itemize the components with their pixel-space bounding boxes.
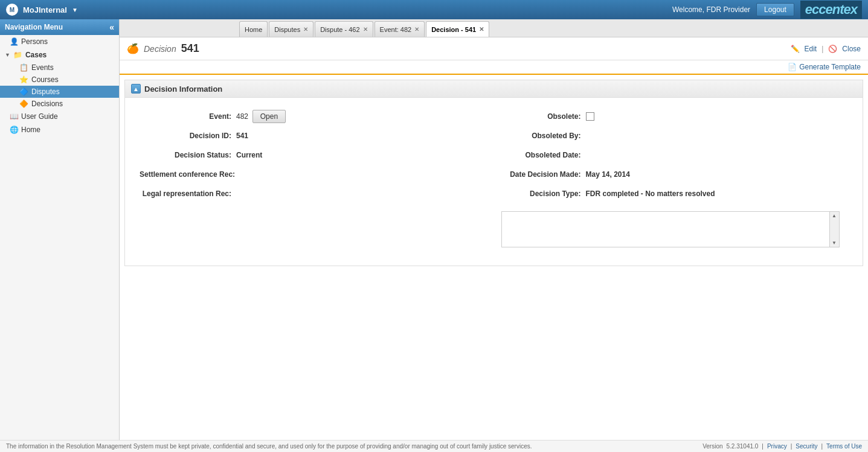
generate-template-row: 📄 Generate Template [120,60,868,75]
edit-link[interactable]: Edit [805,45,817,53]
form-right: Obsolete: Obsoleted By: Obsoleted Date: [494,105,856,258]
date-decision-row: Date Decision Made: May 14, 2014 [501,168,849,181]
legal-rep-label: Legal representation Rec: [140,187,236,200]
decision-id-label: Decision ID: [140,129,236,142]
tab-label: Decision - 541 [431,26,476,33]
version-value: 5.2.31041.0 [727,443,759,450]
home-icon: 🌐 [10,126,18,134]
tab-close-icon[interactable]: ✕ [479,26,484,33]
sidebar-item-label: Disputes [31,88,60,96]
sidebar-item-label: Home [21,126,40,134]
event-value: 482 [236,110,248,123]
date-decision-label: Date Decision Made: [501,168,586,181]
tab-event-482[interactable]: Event: 482 ✕ [375,21,425,37]
sidebar-collapse-button[interactable]: « [109,22,114,32]
sidebar-item-decisions[interactable]: 🔶 Decisions [0,98,119,110]
tab-close-icon[interactable]: ✕ [363,26,368,33]
footer-divider: | [762,443,764,450]
generate-template-link[interactable]: 📄 Generate Template [788,63,861,71]
courses-icon: ⭐ [19,75,28,84]
scroll-up-arrow[interactable]: ▲ [832,213,837,218]
tab-dispute-462[interactable]: Dispute - 462 ✕ [315,21,373,37]
sidebar-item-label: Cases [25,51,47,59]
sidebar-item-cases[interactable]: ▼ 📁 Cases [0,48,119,62]
content-area: 🍊 Decision 541 ✏️ Edit | 🚫 Close 📄 Gener… [120,37,868,440]
legal-rep-row: Legal representation Rec: [140,187,487,200]
obsolete-checkbox[interactable] [586,112,594,121]
footer-links: Version 5.2.31041.0 | Privacy | Security… [702,443,862,450]
date-decision-value: May 14, 2014 [586,168,630,181]
decision-type-row: Decision Type: FDR completed - No matter… [501,187,849,200]
scroll-down-arrow[interactable]: ▼ [832,240,837,246]
sidebar-item-label: Persons [21,37,48,46]
welcome-text: Welcome, FDR Provider [672,5,750,14]
decision-page-icon: 🍊 [127,43,139,54]
sidebar-item-label: Events [31,63,54,72]
sidebar-header: Navigation Menu « [0,19,119,35]
tab-close-icon[interactable]: ✕ [303,26,308,33]
notes-textarea[interactable]: ▲ ▼ [501,211,840,247]
footer: The information in the Resolution Manage… [0,440,868,452]
sidebar-item-label: Decisions [31,100,63,108]
obsoleted-date-row: Obsoleted Date: [501,148,849,162]
event-label: Event: [140,110,236,123]
decision-type-label: Decision Type: [501,187,586,200]
decision-id-row: Decision ID: 541 [140,129,487,142]
tab-bar: Home Disputes ✕ Dispute - 462 ✕ Event: 4… [120,19,868,37]
sidebar-item-disputes[interactable]: 🔷 Disputes [0,86,119,98]
sidebar-item-label: Courses [31,75,59,84]
page-header: 🍊 Decision 541 ✏️ Edit | 🚫 Close [120,37,868,60]
tab-disputes[interactable]: Disputes ✕ [269,21,313,37]
close-red-icon: 🚫 [828,45,837,53]
privacy-link[interactable]: Privacy [767,443,787,450]
sidebar-item-events[interactable]: 📋 Events [0,62,119,74]
template-icon: 📄 [788,63,797,71]
tab-label: Disputes [274,26,300,33]
decision-status-row: Decision Status: Current [140,148,487,162]
top-bar-right: Welcome, FDR Provider Logout eccentex [672,1,862,19]
settlement-conf-row: Settlement conference Rec: [140,168,487,181]
textarea-scrollbar: ▲ ▼ [829,212,839,247]
settlement-conf-label: Settlement conference Rec: [140,168,240,181]
logout-button[interactable]: Logout [756,3,794,16]
version-label: Version [702,443,722,450]
sidebar-item-persons[interactable]: 👤 Persons [0,35,119,48]
tab-label: Home [245,26,262,33]
app-dropdown-arrow[interactable]: ▼ [72,7,78,13]
sidebar-item-user-guide[interactable]: 📖 User Guide [0,110,119,123]
sidebar-item-home[interactable]: 🌐 Home [0,123,119,136]
obsolete-row: Obsolete: [501,110,849,123]
section-body: Event: 482 Open Decision ID: 541 [125,98,863,266]
decision-information-section: ▲ Decision Information Event: 482 Open [124,80,863,266]
tab-close-icon[interactable]: ✕ [414,26,419,33]
app-icon: M [6,4,18,16]
open-button[interactable]: Open [252,110,286,123]
app-title: MoJInternal [23,5,67,14]
close-link[interactable]: Close [842,45,861,53]
tab-label: Event: 482 [380,26,412,33]
cases-triangle-icon: ▼ [5,52,10,58]
generate-template-label: Generate Template [799,63,861,71]
tab-home[interactable]: Home [239,21,268,37]
footer-divider: | [821,443,823,450]
tab-decision-541[interactable]: Decision - 541 ✕ [426,21,489,37]
notes-row: ▲ ▼ [501,206,849,247]
terms-link[interactable]: Terms of Use [826,443,862,450]
section-collapse-button[interactable]: ▲ [131,84,141,94]
obsoleted-by-row: Obsoleted By: [501,129,849,142]
footer-notice: The information in the Resolution Manage… [6,443,532,450]
security-link[interactable]: Security [796,443,817,450]
form-left: Event: 482 Open Decision ID: 541 [132,105,494,258]
page-title-label: Decision [144,44,176,54]
page-title-id: 541 [181,42,199,55]
persons-icon: 👤 [10,37,18,46]
logo-text: eccentex [805,2,857,17]
sidebar-item-courses[interactable]: ⭐ Courses [0,74,119,86]
decision-status-label: Decision Status: [140,148,236,162]
sidebar: Navigation Menu « 👤 Persons ▼ 📁 Cases 📋 … [0,19,120,440]
app-branding: M MoJInternal ▼ [6,4,78,16]
section-title: Decision Information [144,84,222,94]
events-icon: 📋 [19,63,28,72]
sidebar-title: Navigation Menu [5,23,63,31]
decisions-icon: 🔶 [19,100,28,108]
